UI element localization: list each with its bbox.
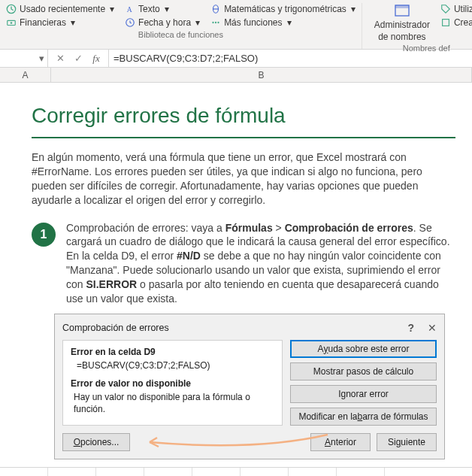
- fx-icon[interactable]: fx: [90, 53, 102, 65]
- ribbon-financial-button[interactable]: Financieras ▾: [5, 17, 77, 29]
- worksheet-content: Corregir errores de fórmula En algún mom…: [0, 83, 472, 467]
- chevron-down-icon: ▾: [195, 17, 200, 28]
- chevron-down-icon: ▾: [287, 17, 292, 28]
- step-badge: 1: [32, 223, 56, 247]
- svg-rect-11: [395, 5, 409, 8]
- error-type: Error de valor no disponible: [71, 378, 274, 389]
- text-icon: A: [125, 4, 135, 14]
- chevron-down-icon: ▾: [39, 53, 44, 64]
- calendar-clock-icon: [125, 17, 135, 28]
- svg-point-7: [212, 22, 213, 23]
- formula-input[interactable]: =BUSCARV(C9;C3:D7;2;FALSO): [109, 50, 472, 67]
- ribbon-math-button[interactable]: Matemáticas y trigonométricas ▾: [209, 3, 357, 15]
- error-formula: =BUSCARV(C9;C3:D7;2;FALSO): [77, 360, 274, 371]
- chevron-down-icon: ▾: [351, 4, 356, 14]
- ribbon-datetime-button[interactable]: Fecha y hora ▾: [123, 17, 201, 29]
- step-1: 1 Comprobación de errores: vaya a Fórmul…: [32, 221, 455, 306]
- ribbon-utilize-label: Utiliza: [454, 4, 472, 14]
- ribbon-create-label: Crear: [454, 17, 472, 28]
- formula-bar: ▾ ✕ ✓ fx =BUSCARV(C9;C3:D7;2;FALSO): [0, 50, 472, 68]
- error-message: Hay un valor no disponible para la fórmu…: [74, 392, 274, 415]
- column-header-a[interactable]: A: [0, 68, 51, 82]
- page-title: Corregir errores de fórmula: [32, 104, 455, 128]
- title-underline: [32, 137, 455, 138]
- dialog-title: Comprobación de errores: [62, 323, 169, 333]
- step-text: Comprobación de errores: vaya a Fórmulas…: [66, 221, 455, 306]
- dialog-error-info: Error en la celda D9 =BUSCARV(C9;C3:D7;2…: [62, 340, 283, 426]
- ribbon-recent-button[interactable]: Usado recientemente ▾: [5, 3, 116, 15]
- ribbon-text-button[interactable]: A Texto ▾: [123, 3, 171, 15]
- ribbon-group-library-label: Biblioteca de funciones: [5, 30, 357, 39]
- formula-cancel-button[interactable]: ✕: [54, 53, 66, 64]
- ribbon-math-label: Matemáticas y trigonométricas: [224, 4, 346, 14]
- ribbon-more-button[interactable]: Más funciones ▾: [209, 17, 292, 29]
- error-checking-dialog: Comprobación de errores ? ✕ Error en la …: [54, 314, 445, 459]
- ribbon-datetime-label: Fecha y hora: [138, 17, 191, 28]
- ribbon-more-label: Más funciones: [224, 17, 282, 28]
- column-headers: A B: [0, 68, 472, 83]
- column-header-b[interactable]: B: [51, 68, 472, 82]
- ribbon-create-button[interactable]: Crear: [439, 17, 472, 29]
- previous-button[interactable]: Anterior: [310, 433, 371, 451]
- clock-icon: [6, 4, 17, 14]
- more-icon: [210, 17, 221, 28]
- chevron-down-icon: ▾: [71, 17, 75, 28]
- svg-point-8: [215, 22, 216, 23]
- money-icon: [6, 17, 17, 28]
- ribbon: Usado recientemente ▾ Financieras ▾ A Te…: [0, 0, 472, 50]
- svg-rect-12: [443, 20, 449, 26]
- ribbon-name-manager-button[interactable]: Administrador de nombres: [373, 3, 431, 42]
- show-steps-button[interactable]: Mostrar pasos de cálculo: [290, 362, 437, 380]
- svg-point-2: [11, 22, 13, 24]
- ribbon-utilize-button[interactable]: Utiliza: [439, 3, 472, 15]
- error-cell-label: Error en la celda D9: [71, 347, 274, 357]
- next-button[interactable]: Siguiente: [377, 433, 437, 451]
- svg-point-9: [217, 22, 219, 23]
- sheet-tab-strip[interactable]: [0, 467, 472, 476]
- create-icon: [440, 17, 451, 28]
- options-button[interactable]: Opciones...: [62, 433, 130, 451]
- close-icon[interactable]: ✕: [428, 322, 437, 334]
- ribbon-financial-label: Financieras: [20, 17, 66, 28]
- intro-paragraph: En algún momento, verá una fórmula que t…: [32, 150, 455, 208]
- name-manager-icon: [393, 3, 411, 18]
- chevron-down-icon: ▾: [165, 4, 169, 14]
- theta-icon: [210, 4, 221, 14]
- ribbon-text-label: Texto: [138, 4, 160, 14]
- name-box[interactable]: ▾: [0, 50, 48, 67]
- formula-confirm-button[interactable]: ✓: [72, 53, 84, 64]
- dialog-help-button[interactable]: ?: [407, 322, 414, 334]
- ribbon-recent-label: Usado recientemente: [20, 4, 105, 14]
- tag-icon: [440, 4, 451, 14]
- ignore-error-button[interactable]: Ignorar error: [290, 385, 437, 403]
- help-on-error-button[interactable]: Ayuda sobre este error: [290, 340, 437, 358]
- chevron-down-icon: ▾: [110, 4, 114, 14]
- svg-text:A: A: [127, 5, 132, 14]
- edit-in-formula-bar-button[interactable]: Modificar en la barra de fórmulas: [290, 408, 437, 426]
